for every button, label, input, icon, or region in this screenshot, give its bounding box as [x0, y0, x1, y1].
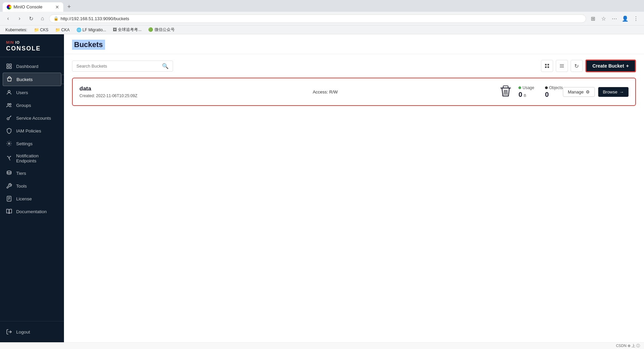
- create-bucket-btn[interactable]: Create Bucket +: [585, 60, 636, 72]
- bookmark-cka[interactable]: 📁 CKA: [53, 27, 72, 33]
- dashboard-icon: [6, 63, 12, 69]
- browser-actions: ⊞ ☆ ⋯ 👤 ⋮: [588, 14, 641, 23]
- sidebar-item-iam[interactable]: IAM Policies: [0, 124, 64, 137]
- buckets-grid: data Created: 2022-11-06T10:25:09Z Acces…: [64, 78, 644, 106]
- svg-line-28: [507, 90, 507, 95]
- usage-unit: B: [524, 93, 526, 98]
- usage-stat: Usage 0 B: [518, 85, 534, 99]
- toolbar: 🔍 ↻ Create Bucket +: [64, 54, 644, 78]
- main-content: Buckets 🔍 ↻ Create Bucket +: [64, 34, 644, 342]
- svg-rect-1: [10, 64, 11, 66]
- search-input[interactable]: [76, 64, 159, 69]
- objects-value: 0: [545, 91, 563, 99]
- usage-label: Usage: [518, 85, 534, 90]
- stats-row: Usage 0 B Objects: [518, 85, 563, 99]
- bucket-card-data: data Created: 2022-11-06T10:25:09Z Acces…: [72, 78, 636, 106]
- sidebar-item-users[interactable]: Users: [0, 86, 64, 99]
- svg-rect-2: [7, 67, 8, 69]
- sidebar-item-documentation[interactable]: Documentation: [0, 205, 64, 218]
- sidebar-label-iam: IAM Policies: [16, 128, 41, 133]
- bucket-access: Access: R/W: [160, 89, 490, 94]
- tools-icon: [6, 183, 12, 189]
- status-text: CSDN ⊕ 上 ⓘ: [616, 343, 640, 348]
- settings-icon: [6, 141, 12, 147]
- browser-chrome: MinIO Console ✕ + ‹ › ↻ ⌂ 🔒 ⊞ ☆ ⋯ 👤 ⋮ Ku…: [0, 0, 644, 34]
- tab-favicon: [7, 5, 11, 9]
- create-bucket-label: Create Bucket: [592, 63, 624, 69]
- svg-point-11: [8, 143, 10, 145]
- refresh-btn[interactable]: ↻: [571, 60, 583, 72]
- status-bar: CSDN ⊕ 上 ⓘ: [0, 342, 644, 349]
- create-bucket-plus: +: [626, 63, 629, 69]
- sidebar-item-tiers[interactable]: Tiers: [0, 167, 64, 180]
- list-view-btn[interactable]: [556, 60, 568, 72]
- usage-dot: [518, 86, 521, 89]
- home-btn[interactable]: ⌂: [38, 14, 47, 23]
- sidebar: MINIO CONSOLE ‹ Dashboard Buckets: [0, 34, 64, 342]
- svg-point-4: [8, 90, 10, 92]
- forward-btn[interactable]: ›: [15, 14, 24, 23]
- search-box[interactable]: 🔍: [72, 61, 173, 72]
- tiers-icon: [6, 170, 12, 176]
- menu-btn[interactable]: ⋮: [631, 14, 641, 23]
- grid-view-btn[interactable]: [541, 60, 553, 72]
- tab-close-btn[interactable]: ✕: [55, 4, 59, 10]
- profile-btn[interactable]: 👤: [620, 14, 630, 23]
- sidebar-item-groups[interactable]: Groups: [0, 99, 64, 112]
- tab-title: MinIO Console: [13, 4, 42, 9]
- manage-label: Manage: [568, 89, 584, 94]
- sidebar-item-notifications[interactable]: Notification Endpoints: [0, 150, 64, 167]
- logo-io: IO: [15, 40, 20, 44]
- sidebar-logo: MINIO CONSOLE: [0, 34, 64, 57]
- sidebar-nav: Dashboard Buckets Users Groups: [0, 57, 64, 321]
- bookmark-quanqiu[interactable]: 🖼 全球追考考...: [111, 26, 143, 33]
- sidebar-item-buckets[interactable]: Buckets: [3, 73, 61, 86]
- sidebar-label-settings: Settings: [16, 141, 33, 146]
- browse-btn[interactable]: Browse →: [598, 87, 629, 97]
- sidebar-item-logout[interactable]: Logout: [0, 325, 64, 338]
- address-bar[interactable]: 🔒: [49, 14, 586, 23]
- sidebar-toggle-btn[interactable]: ‹: [61, 75, 64, 84]
- bookmark-kubernetes[interactable]: Kubernetes:: [3, 27, 29, 33]
- user-icon: [6, 89, 12, 95]
- bookmark-lf[interactable]: 🌐 LF Migratio...: [74, 27, 108, 33]
- sidebar-label-notifications: Notification Endpoints: [16, 153, 58, 163]
- objects-label: Objects: [545, 85, 563, 90]
- bookmark-btn[interactable]: ☆: [599, 14, 608, 23]
- sidebar-item-license[interactable]: License: [0, 192, 64, 205]
- svg-rect-19: [547, 64, 549, 66]
- sidebar-label-documentation: Documentation: [16, 209, 47, 214]
- svg-rect-18: [545, 64, 547, 66]
- sidebar-label-logout: Logout: [16, 329, 30, 335]
- bucket-info: data Created: 2022-11-06T10:25:09Z: [79, 85, 160, 98]
- bucket-stats-container: Usage 0 B Objects: [498, 84, 563, 100]
- bucket-actions: Manage ⚙ Browse →: [563, 87, 629, 97]
- sidebar-item-settings[interactable]: Settings: [0, 137, 64, 150]
- svg-rect-21: [547, 66, 549, 68]
- sidebar-item-dashboard[interactable]: Dashboard: [0, 60, 64, 73]
- active-tab[interactable]: MinIO Console ✕: [3, 2, 63, 12]
- sidebar-item-service-accounts[interactable]: Service Accounts: [0, 112, 64, 124]
- bucket-icon: [6, 76, 12, 82]
- logo-console: CONSOLE: [6, 45, 58, 52]
- sidebar-item-tools[interactable]: Tools: [0, 180, 64, 192]
- extension-btn[interactable]: ⋯: [610, 14, 619, 23]
- page-header: Buckets: [64, 34, 644, 54]
- manage-gear-icon: ⚙: [586, 89, 590, 94]
- logo-text: MINIO: [6, 40, 58, 44]
- key-icon: [6, 115, 12, 121]
- bookmark-weixin[interactable]: 🟢 微信公众号: [146, 26, 176, 33]
- tab-bar: MinIO Console ✕ +: [0, 0, 644, 12]
- back-btn[interactable]: ‹: [3, 14, 13, 23]
- groups-icon: [6, 102, 12, 108]
- sidebar-label-groups: Groups: [16, 103, 31, 108]
- shield-icon: [6, 128, 12, 134]
- manage-btn[interactable]: Manage ⚙: [563, 87, 595, 97]
- objects-stat: Objects 0: [545, 85, 563, 99]
- address-input[interactable]: [61, 16, 582, 21]
- reload-btn[interactable]: ↻: [26, 14, 36, 23]
- new-tab-btn[interactable]: +: [65, 2, 74, 12]
- translate-btn[interactable]: ⊞: [588, 14, 598, 23]
- logout-icon: [6, 329, 12, 335]
- bookmark-cks[interactable]: 📁 CKS: [32, 27, 50, 33]
